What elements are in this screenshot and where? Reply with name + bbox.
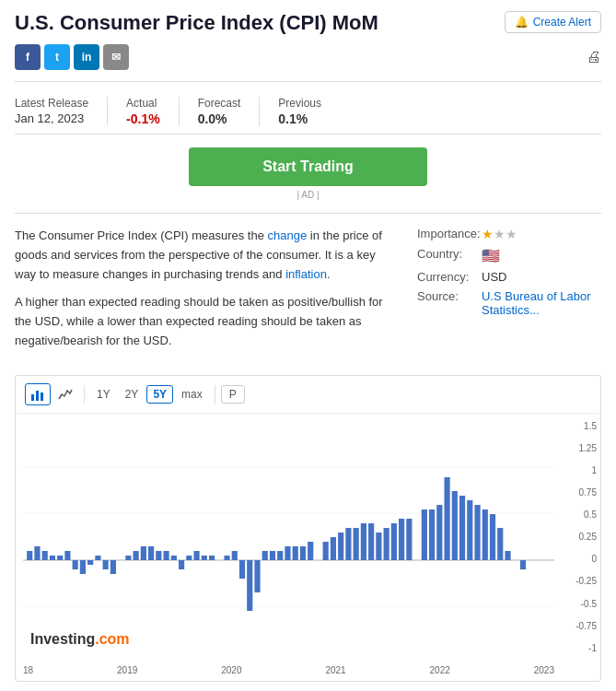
print-icon[interactable]: 🖨 [587,49,601,65]
svg-rect-30 [202,556,207,560]
social-row: f t in ✉ 🖨 [15,44,601,70]
start-trading-button[interactable]: Start Trading [189,147,427,186]
svg-rect-60 [452,491,458,560]
svg-rect-54 [399,519,404,560]
svg-rect-9 [34,546,40,560]
source-row: Source: U.S Bureau of Labor Statistics..… [417,289,601,317]
svg-rect-24 [156,551,161,560]
chart-section: 1Y 2Y 5Y max P [15,375,601,682]
create-alert-label: Create Alert [533,16,591,29]
change-link[interactable]: change [268,228,308,242]
header-divider [15,81,601,82]
svg-rect-67 [505,551,510,560]
svg-rect-66 [497,528,503,560]
svg-rect-29 [193,551,199,560]
svg-rect-56 [422,509,427,560]
content-section: The Consumer Price Index (CPI) measures … [15,213,601,360]
forecast-value: 0.0% [198,111,241,126]
x-label-18: 18 [23,665,33,675]
y-axis: 1.5 1.25 1 0.75 0.5 0.25 0 -0.25 -0.5 -0… [556,421,597,653]
period-max-button[interactable]: max [175,385,209,404]
latest-release-label: Latest Release [15,97,88,110]
email-button[interactable]: ✉ [103,44,129,70]
svg-rect-68 [520,560,526,569]
svg-rect-40 [285,546,290,560]
currency-value: USD [482,270,506,284]
period-5y-button[interactable]: 5Y [146,385,173,404]
description-column: The Consumer Price Index (CPI) measures … [15,227,399,360]
toolbar-separator-2 [215,385,215,404]
line-chart-icon-btn[interactable] [52,383,78,405]
country-row: Country: 🇺🇸 [417,247,601,264]
x-label-2022: 2022 [430,665,450,675]
svg-rect-63 [474,505,480,560]
svg-rect-41 [293,546,298,560]
facebook-button[interactable]: f [15,44,41,70]
linkedin-button[interactable]: in [74,44,99,70]
meta-column: Importance: ★★★ Country: 🇺🇸 Currency: US… [417,227,601,360]
inflation-link[interactable]: inflation [285,267,327,281]
svg-rect-17 [95,556,100,560]
svg-rect-39 [277,551,283,560]
y-label-neg0.5: -0.5 [556,599,597,609]
svg-rect-50 [368,523,374,560]
svg-rect-36 [254,560,260,592]
svg-rect-45 [331,537,336,560]
chart-bars-svg [23,421,554,653]
y-label-0.25: 0.25 [556,532,597,542]
svg-rect-31 [209,556,215,560]
y-label-neg0.25: -0.25 [556,576,597,586]
svg-rect-21 [134,551,139,560]
twitter-button[interactable]: t [44,44,70,70]
previous-label: Previous [278,97,321,110]
period-1y-button[interactable]: 1Y [90,385,117,404]
ad-label: | AD | [15,190,601,200]
y-label-1.25: 1.25 [556,443,597,453]
svg-rect-22 [141,546,146,560]
svg-rect-44 [323,542,329,560]
forecast-stat: Forecast 0.0% [198,97,261,126]
x-label-2020: 2020 [221,665,241,675]
y-label-1: 1 [556,465,597,475]
p-button[interactable]: P [221,385,245,404]
actual-value: -0.1% [126,111,160,126]
svg-rect-10 [42,551,48,560]
bell-icon: 🔔 [515,16,529,29]
svg-rect-65 [490,514,495,560]
country-flag: 🇺🇸 [482,247,500,264]
svg-rect-27 [179,560,184,569]
svg-rect-12 [57,556,63,560]
importance-row: Importance: ★★★ [417,227,601,241]
svg-rect-13 [64,551,70,560]
x-label-2021: 2021 [325,665,345,675]
svg-rect-51 [376,533,381,560]
investing-logo: Investing.com [30,631,130,648]
forecast-label: Forecast [198,97,241,110]
svg-rect-43 [308,542,313,560]
create-alert-button[interactable]: 🔔 Create Alert [505,11,601,33]
svg-rect-38 [270,551,275,560]
svg-rect-61 [459,496,465,560]
actual-stat: Actual -0.1% [126,97,180,126]
y-label-neg1: -1 [556,643,597,653]
y-label-0: 0 [556,554,597,564]
importance-stars: ★★★ [482,227,517,241]
svg-rect-58 [436,505,442,560]
x-label-2019: 2019 [117,665,137,675]
source-link[interactable]: U.S Bureau of Labor Statistics... [482,289,601,317]
svg-rect-64 [482,509,488,560]
svg-rect-37 [262,551,268,560]
svg-rect-59 [444,477,449,560]
description-para2: A higher than expected reading should be… [15,293,399,350]
svg-rect-35 [247,560,252,611]
bar-chart-icon-btn[interactable] [25,383,51,405]
svg-rect-26 [171,556,177,560]
svg-rect-48 [354,528,359,560]
period-2y-button[interactable]: 2Y [119,385,145,404]
actual-label: Actual [126,97,160,110]
svg-rect-15 [80,560,86,574]
previous-stat: Previous 0.1% [278,97,340,126]
stats-row: Latest Release Jan 12, 2023 Actual -0.1%… [15,89,601,135]
trading-banner: Start Trading [15,147,601,186]
logo-text: Investing [30,631,95,647]
